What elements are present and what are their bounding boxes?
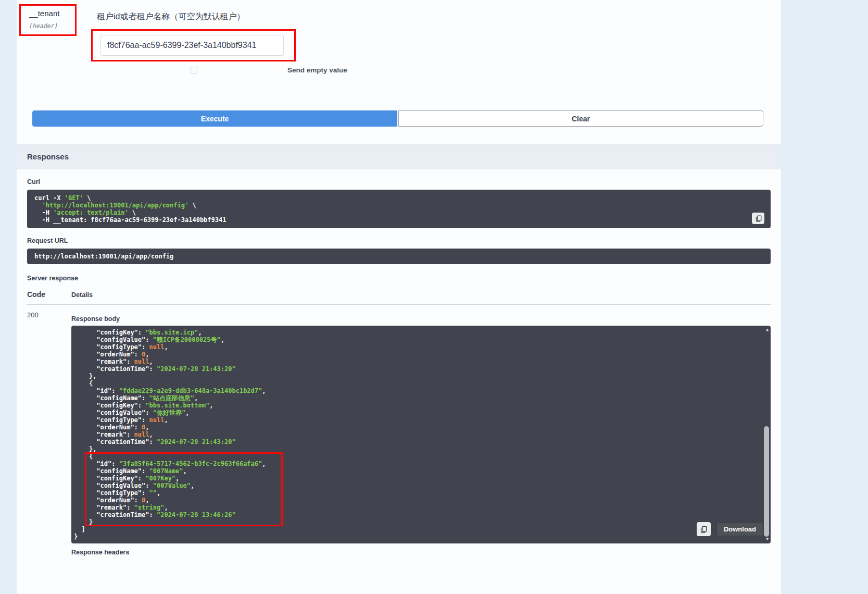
response-body-text: "configKey": "bbs.site.icp", "configValu… xyxy=(74,329,761,540)
curl-command-block: curl -X 'GET' \ 'http://localhost:19001/… xyxy=(27,190,771,228)
send-empty-value-checkbox[interactable] xyxy=(191,67,197,73)
copy-icon xyxy=(700,526,707,533)
send-empty-value-row: Send empty value xyxy=(191,66,771,74)
response-body-label: Response body xyxy=(71,315,771,323)
response-details-cell: Response body "configKey": "bbs.site.icp… xyxy=(71,311,771,559)
clear-button[interactable]: Clear xyxy=(398,110,763,127)
response-row-200: 200 Response body "configKey": "bbs.site… xyxy=(27,311,771,559)
execute-button[interactable]: Execute xyxy=(32,110,397,127)
operation-block: __tenant (header) 租户id或者租户名称（可空为默认租户） Se… xyxy=(17,0,781,594)
response-scrollbar-thumb[interactable] xyxy=(764,426,769,537)
response-body-actions: Download xyxy=(697,522,763,536)
request-url-text: http://localhost:19001/api/app/config xyxy=(34,253,173,260)
code-column-header: Code xyxy=(27,290,71,299)
param-name: __tenant xyxy=(29,9,69,18)
copy-icon xyxy=(755,215,762,222)
response-headers-label: Response headers xyxy=(71,549,771,556)
server-response-table-head: Code Details xyxy=(27,290,771,305)
server-response-table: Code Details 200 Response body "configKe… xyxy=(27,290,771,559)
tenant-value-input[interactable] xyxy=(100,35,284,56)
scroll-down-icon[interactable]: ▼ xyxy=(766,537,769,541)
responses-title: Responses xyxy=(27,152,69,161)
server-response-label: Server response xyxy=(27,275,771,282)
send-empty-value-label: Send empty value xyxy=(287,66,347,74)
annotation-box-tenant-input xyxy=(91,29,296,61)
response-body-block: "configKey": "bbs.site.icp", "configValu… xyxy=(71,326,771,543)
details-column-header: Details xyxy=(71,291,771,299)
status-code: 200 xyxy=(27,311,71,559)
download-button[interactable]: Download xyxy=(716,522,763,536)
request-url-label: Request URL xyxy=(27,237,771,244)
parameters-section: __tenant (header) 租户id或者租户名称（可空为默认租户） Se… xyxy=(17,0,781,127)
curl-command-text: curl -X 'GET' \ 'http://localhost:19001/… xyxy=(34,194,748,224)
responses-section: Curl curl -X 'GET' \ 'http://localhost:1… xyxy=(17,169,781,575)
parameter-row: __tenant (header) 租户id或者租户名称（可空为默认租户） Se… xyxy=(27,4,771,74)
request-url-block: http://localhost:19001/api/app/config xyxy=(27,249,771,264)
copy-curl-button[interactable] xyxy=(752,213,764,224)
parameter-value-column: 租户id或者租户名称（可空为默认租户） Send empty value xyxy=(91,4,771,74)
swagger-ui-page: __tenant (header) 租户id或者租户名称（可空为默认租户） Se… xyxy=(0,0,868,594)
parameter-name-column: __tenant (header) xyxy=(27,4,91,74)
copy-response-button[interactable] xyxy=(697,522,711,536)
param-description: 租户id或者租户名称（可空为默认租户） xyxy=(97,11,771,22)
annotation-box-tenant-param: __tenant (header) xyxy=(19,4,77,36)
scroll-up-icon[interactable]: ▲ xyxy=(766,328,769,332)
responses-header-bar: Responses xyxy=(17,144,781,169)
param-location: (header) xyxy=(29,22,69,30)
execute-row: Execute Clear xyxy=(32,110,763,127)
curl-label: Curl xyxy=(27,178,771,185)
